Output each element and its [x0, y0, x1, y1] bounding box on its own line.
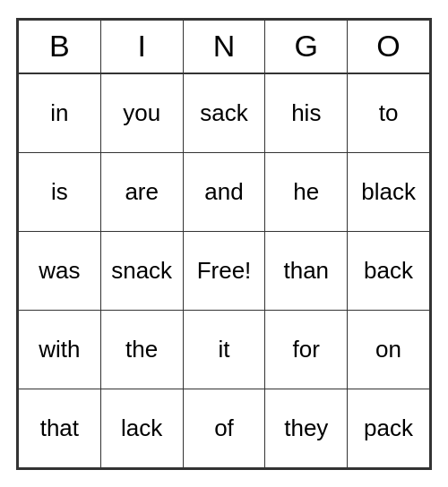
table-row: wassnackFree!thanback — [19, 231, 430, 310]
cell-r3-c1: the — [100, 310, 183, 389]
cell-r2-c4: back — [348, 231, 430, 310]
cell-r4-c3: they — [265, 389, 348, 467]
cell-r4-c1: lack — [100, 389, 183, 467]
cell-r0-c2: sack — [183, 73, 265, 152]
cell-r1-c1: are — [100, 152, 183, 231]
header-cell-g: G — [265, 20, 348, 73]
cell-r0-c4: to — [348, 73, 430, 152]
cell-r0-c1: you — [100, 73, 183, 152]
cell-r2-c1: snack — [100, 231, 183, 310]
cell-r1-c0: is — [19, 152, 101, 231]
table-row: isareandheblack — [19, 152, 430, 231]
cell-r1-c4: black — [348, 152, 430, 231]
cell-r4-c0: that — [19, 389, 101, 467]
cell-r1-c3: he — [265, 152, 348, 231]
cell-r4-c4: pack — [348, 389, 430, 467]
bingo-table: BINGO inyousackhistoisareandheblackwassn… — [18, 20, 430, 468]
cell-r2-c0: was — [19, 231, 101, 310]
cell-r0-c0: in — [19, 73, 101, 152]
cell-r0-c3: his — [265, 73, 348, 152]
header-cell-b: B — [19, 20, 101, 73]
cell-r3-c2: it — [183, 310, 265, 389]
cell-r2-c2: Free! — [183, 231, 265, 310]
bingo-card: BINGO inyousackhistoisareandheblackwassn… — [16, 18, 432, 470]
table-row: inyousackhisto — [19, 73, 430, 152]
cell-r1-c2: and — [183, 152, 265, 231]
header-row: BINGO — [19, 20, 430, 73]
cell-r3-c0: with — [19, 310, 101, 389]
table-row: thatlackoftheypack — [19, 389, 430, 467]
header-cell-o: O — [348, 20, 430, 73]
table-row: withtheitforon — [19, 310, 430, 389]
cell-r2-c3: than — [265, 231, 348, 310]
cell-r3-c4: on — [348, 310, 430, 389]
header-cell-i: I — [100, 20, 183, 73]
cell-r4-c2: of — [183, 389, 265, 467]
cell-r3-c3: for — [265, 310, 348, 389]
header-cell-n: N — [183, 20, 265, 73]
